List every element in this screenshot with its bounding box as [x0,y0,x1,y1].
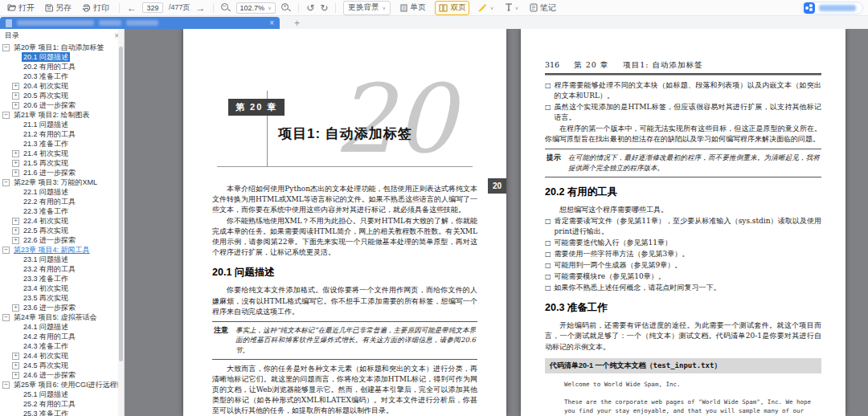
toc-section-item[interactable]: 21.1 问题描述 [0,120,118,129]
toc-chapter-item[interactable]: −第22章 项目3: 万能的XML [0,177,118,187]
toc-section-item[interactable]: 20.3 准备工作 [0,71,118,81]
expand-toggle-icon[interactable]: + [12,160,19,167]
toc-section-item[interactable]: +24.5 再次实现 [0,361,118,370]
toc-item-label[interactable]: 21.6 进一步探索 [22,168,77,177]
expand-toggle-icon[interactable]: − [2,381,10,389]
toc-item-label[interactable]: 第25章 项目6: 使用CGI进行远程编辑 [12,380,118,389]
toc-item-label[interactable]: 22.2 有用的工具 [22,197,77,206]
save-as-button[interactable]: 另存 [43,2,74,14]
toc-item-label[interactable]: 22.3 准备工作 [22,206,70,216]
zoom-level-dropdown[interactable]: 102.7% ∨ [236,2,276,14]
next-page-button[interactable]: → [196,3,206,13]
toc-item-label[interactable]: 22.6 进一步探索 [22,235,77,245]
toc-chapter-item[interactable]: −第20章 项目1: 自动添加标签 [0,43,118,52]
toc-section-item[interactable]: 25.3 准备工作 [0,409,118,416]
toc-item-label[interactable]: 24.1 问题描述 [22,322,70,332]
toc-item-label[interactable]: 24.2 有用的工具 [22,332,77,341]
sidebar-scrollbar[interactable] [118,29,124,416]
toc-section-item[interactable]: 23.3 准备工作 [0,274,118,283]
toc-section-item[interactable]: 22.1 问题描述 [0,187,118,197]
text-tool-button[interactable]: ∨ [502,2,522,13]
new-tab-button[interactable]: + [294,18,300,29]
expand-toggle-icon[interactable]: + [12,227,19,235]
toc-section-item[interactable]: 20.2 有用的工具 [0,62,118,71]
toc-section-item[interactable]: 23.4 初次实现 [0,283,118,293]
expand-toggle-icon[interactable]: − [2,247,10,254]
open-button[interactable]: 打开 [5,2,37,14]
zoom-out-button[interactable]: − [221,3,231,13]
toc-section-item[interactable]: +24.4 初次实现 [0,351,118,361]
toc-item-label[interactable]: 21.3 准备工作 [22,139,70,149]
toc-section-item[interactable]: +20.5 再次实现 [0,91,118,100]
toc-item-label[interactable]: 25.2 有用的工具 [22,399,77,409]
scrollbar-thumb[interactable] [119,47,123,361]
toc-section-item[interactable]: 25.2 有用的工具 [0,399,118,409]
print-button[interactable]: 打印 [80,2,112,14]
toc-item-label[interactable]: 21.5 再次实现 [22,158,70,168]
expand-toggle-icon[interactable]: + [12,218,19,225]
toc-item-label[interactable]: 第20章 项目1: 自动添加标签 [12,43,106,52]
toc-chapter-item[interactable]: −第21章 项目2: 绘制图表 [0,110,118,120]
toc-section-item[interactable]: 24.1 问题描述 [0,322,118,332]
toc-section-item[interactable]: 21.2 有用的工具 [0,129,118,139]
previous-page-button[interactable]: ← [127,3,137,13]
toc-item-label[interactable]: 23.2 有用的工具 [22,264,77,274]
tab-close-icon[interactable]: × [269,19,274,27]
notes-button[interactable]: 笔记 [527,2,559,14]
expand-toggle-icon[interactable]: + [12,150,19,157]
toc-section-item[interactable]: 23.1 问题描述 [0,255,118,264]
toc-item-label[interactable]: 23.3 准备工作 [22,274,70,283]
toc-item-label[interactable]: 22.5 再次实现 [22,226,70,235]
toc-item-label[interactable]: 21.2 有用的工具 [22,129,77,139]
expand-toggle-icon[interactable]: + [12,362,19,369]
toc-item-label[interactable]: 20.2 有用的工具 [22,62,77,71]
expand-toggle-icon[interactable]: − [2,44,10,51]
toc-section-item[interactable]: 23.5 再次实现 [0,293,118,303]
toc-item-label[interactable]: 23.6 进一步探索 [22,303,77,312]
expand-toggle-icon[interactable]: + [12,353,19,360]
brand-account-button[interactable] [801,2,863,14]
toc-chapter-item[interactable]: −第25章 项目6: 使用CGI进行远程编辑 [0,380,118,389]
toc-item-label[interactable]: 20.6 进一步探索 [22,100,77,110]
toc-item-label[interactable]: 24.5 再次实现 [22,361,70,370]
toc-section-item[interactable]: +21.4 初次实现 [0,149,118,158]
toc-item-label[interactable]: 23.5 再次实现 [22,293,70,303]
expand-toggle-icon[interactable]: + [12,372,19,379]
toc-item-label[interactable]: 24.3 准备工作 [22,341,70,351]
toc-item-label[interactable]: 第24章 项目5: 虚拟茶话会 [12,312,99,322]
highlighter-tool-button[interactable]: ∨ [475,2,496,13]
expand-toggle-icon[interactable]: − [2,112,10,119]
page-number-input[interactable] [142,2,163,13]
toc-section-item[interactable]: +21.5 再次实现 [0,158,118,168]
toc-section-item[interactable]: +24.6 进一步探索 [0,370,118,380]
change-background-dropdown[interactable]: 更换背景 ∨ [343,1,391,15]
toc-item-label[interactable]: 23.1 问题描述 [22,255,70,264]
toc-item-label[interactable]: 22.4 初次实现 [22,216,70,226]
expand-toggle-icon[interactable]: + [12,237,19,244]
toc-section-item[interactable]: +22.4 初次实现 [0,216,118,226]
toc-section-item[interactable]: 25.1 问题描述 [0,389,118,399]
toc-item-label[interactable]: 20.1 问题描述 [22,52,70,62]
toc-item-label[interactable]: 21.4 初次实现 [22,149,70,158]
single-page-view-button[interactable]: 单页 [396,1,429,15]
toc-item-label[interactable]: 20.5 再次实现 [22,91,70,100]
toc-item-label[interactable]: 第23章 项目4: 新闻工具 [12,245,92,255]
zoom-in-button[interactable]: + [281,3,291,13]
toc-section-item[interactable]: 22.2 有用的工具 [0,197,118,206]
toc-section-item[interactable]: +20.6 进一步探索 [0,100,118,110]
toc-item-label[interactable]: 25.3 准备工作 [22,409,70,416]
expand-toggle-icon[interactable]: + [12,83,19,90]
document-tab-active[interactable]: × [0,17,280,29]
toc-item-label[interactable]: 24.4 初次实现 [22,351,70,361]
toc-section-item[interactable]: +23.6 进一步探索 [0,303,118,312]
expand-toggle-icon[interactable]: + [12,92,19,100]
expand-toggle-icon[interactable]: − [2,179,10,186]
toc-section-item[interactable]: 22.3 准备工作 [0,206,118,216]
toc-section-item[interactable]: 21.3 准备工作 [0,139,118,149]
toc-item-label[interactable]: 25.1 问题描述 [22,389,70,399]
expand-toggle-icon[interactable]: + [12,304,19,312]
expand-toggle-icon[interactable]: − [2,314,10,321]
toc-section-item[interactable]: 24.3 准备工作 [0,341,118,351]
undo-button[interactable]: ↺ [306,3,314,13]
expand-toggle-icon[interactable]: + [12,169,19,177]
